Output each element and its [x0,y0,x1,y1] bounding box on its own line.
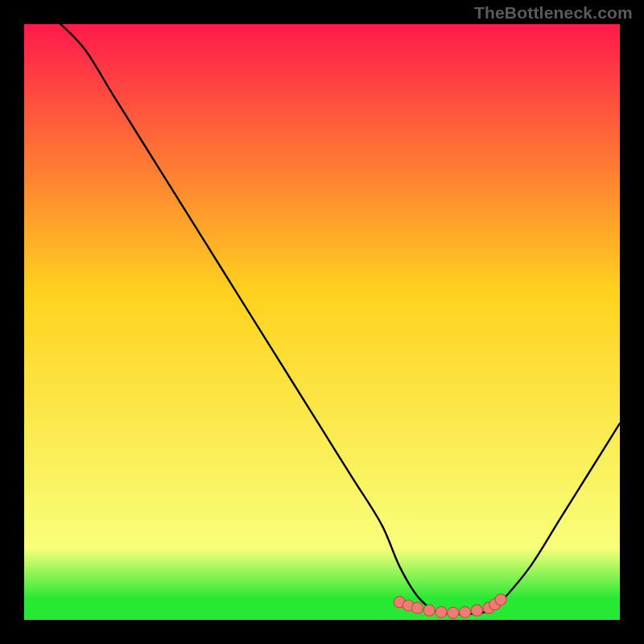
optimum-marker [436,606,447,617]
optimum-marker [423,605,435,616]
optimum-marker [448,607,459,618]
chart-svg [0,0,644,644]
optimum-marker [495,594,506,605]
attribution-text: TheBottleneck.com [474,3,633,23]
svg-rect-2 [24,599,620,620]
optimum-marker [460,606,471,617]
optimum-marker [411,602,423,613]
bottleneck-chart: TheBottleneck.com [0,0,644,644]
svg-rect-1 [24,24,620,620]
optimum-marker [471,605,482,616]
